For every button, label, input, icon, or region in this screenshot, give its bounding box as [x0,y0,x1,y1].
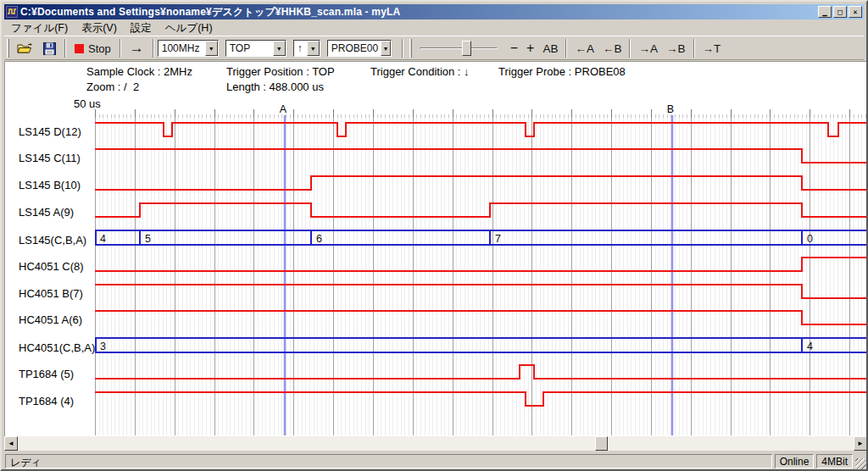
bus-value: 4 [100,233,106,245]
goto-a-right-button[interactable]: →A [634,41,662,57]
save-button[interactable] [38,38,61,58]
sample-clock-value: 100MHz [159,41,203,56]
status-message: レディ [5,454,772,468]
probe-select[interactable]: PROBE00 ▼ [327,40,392,57]
minimize-button[interactable]: ▁ [818,6,832,18]
window-title: C:¥Documents and Settings¥noname¥デスクトップ¥… [20,5,818,19]
channel-label[interactable]: TP1684 (4) [19,395,95,407]
trigger-position-value: TOP [226,41,253,56]
menu-view[interactable]: 表示(V) [75,19,124,37]
channel-label[interactable]: HC4051 A(6) [19,313,95,326]
open-folder-icon [17,42,33,54]
sample-clock-info: Sample Clock : 2MHz [86,65,192,78]
run-arrow-icon: → [130,42,144,54]
channel-label[interactable]: LS145 D(12) [19,125,95,138]
bus-value: 7 [495,233,501,245]
zoom-in-button[interactable]: + [522,39,538,58]
cursor-B[interactable]: B [667,103,674,435]
bus-value: 6 [316,233,322,245]
resize-grip-icon[interactable] [855,458,866,469]
trigger-probe-info: Trigger Probe : PROBE08 [498,65,626,78]
status-bar: レディ Online 4MBit [4,452,867,469]
menu-file[interactable]: ファイル(F) [4,19,75,37]
open-file-button[interactable] [12,38,38,58]
trigger-position-info: Trigger Position : TOP [226,65,335,78]
chevron-down-icon[interactable]: ▼ [205,41,218,56]
zoom-slider[interactable] [420,40,498,57]
stop-label: Stop [88,42,111,55]
chevron-down-icon[interactable]: ▼ [381,41,391,56]
bus-value: 0 [807,233,813,245]
channel-label[interactable]: LS145 C(11) [19,152,95,164]
trigger-position-select[interactable]: TOP ▼ [225,40,287,57]
waveform-panel: Sample Clock : 2MHz Trigger Position : T… [4,61,867,436]
goto-b-right-button[interactable]: →B [662,41,690,57]
channel-label[interactable]: HC4051(C,B,A) [19,341,95,354]
app-icon [6,6,18,18]
goto-a-left-button[interactable]: ←A [570,41,598,57]
grid [96,109,866,435]
toolbar-separator [64,39,66,58]
stop-button[interactable]: Stop [70,38,116,58]
bus-value: 4 [807,341,813,352]
stop-icon [75,44,84,53]
waveform-plot[interactable]: AB4567034 [95,102,867,436]
goto-b-left-button[interactable]: ←B [598,41,626,57]
toolbar: Stop → 100MHz ▼ TOP ▼ ↑ ▼ PROBE00 ▼ [4,37,864,60]
online-indicator: Online [775,454,815,468]
cursor-label-B: B [667,103,674,115]
menu-settings[interactable]: 設定 [124,19,159,37]
probe-value: PROBE00 [328,41,381,56]
close-button[interactable]: ✕ [849,6,862,18]
title-bar[interactable]: C:¥Documents and Settings¥noname¥デスクトップ¥… [4,4,864,19]
zoom-ab-button[interactable]: AB [538,41,562,57]
memory-indicator: 4MBit [816,454,853,468]
toolbar-gripper [409,39,412,58]
scroll-right-button[interactable]: ► [854,436,867,451]
app-window: C:¥Documents and Settings¥noname¥デスクトップ¥… [0,0,868,471]
goto-trigger-button[interactable]: →T [698,41,726,57]
save-floppy-icon [43,42,56,55]
toolbar-separator [153,39,154,58]
toolbar-separator [565,39,567,58]
toolbar-separator [693,39,695,58]
chevron-down-icon[interactable]: ▼ [307,41,320,56]
maximize-button[interactable]: □ [833,6,847,18]
trigger-edge-select[interactable]: ↑ ▼ [293,40,320,57]
horizontal-scrollbar[interactable]: ◄ ► [4,436,867,451]
toolbar-separator [629,39,631,58]
zoom-slider-thumb[interactable] [462,41,471,56]
menu-bar: ファイル(F) 表示(V) 設定 ヘルプ(H) [4,20,864,36]
zoom-info: Zoom : / 2 [86,80,139,93]
channel-label[interactable]: TP1684 (5) [19,368,95,380]
toolbar-separator [120,39,121,58]
scroll-left-button[interactable]: ◄ [4,436,18,451]
channel-label[interactable]: HC4051 C(8) [19,260,95,273]
zoom-slider-track [420,47,498,49]
length-info: Length : 488.000 us [226,80,324,93]
sample-clock-select[interactable]: 100MHz ▼ [158,40,219,57]
scroll-thumb[interactable] [595,436,608,451]
trigger-edge-value: ↑ [294,41,305,56]
toolbar-separator [402,39,403,58]
channel-label[interactable]: LS145 A(9) [19,206,95,219]
channel-label[interactable]: LS145(C,B,A) [19,234,95,247]
run-button[interactable]: → [125,38,149,58]
trigger-condition-info: Trigger Condition : ↓ [370,65,470,78]
bus-value: 5 [145,233,151,245]
toolbar-gripper [7,39,9,58]
chevron-down-icon[interactable]: ▼ [273,41,286,56]
channel-label[interactable]: HC4051 B(7) [19,287,95,300]
menu-help[interactable]: ヘルプ(H) [159,19,220,37]
bus-value: 3 [100,341,106,352]
cursor-label-A: A [280,103,287,115]
zoom-out-button[interactable]: − [506,39,522,58]
channel-label[interactable]: LS145 B(10) [19,179,95,191]
